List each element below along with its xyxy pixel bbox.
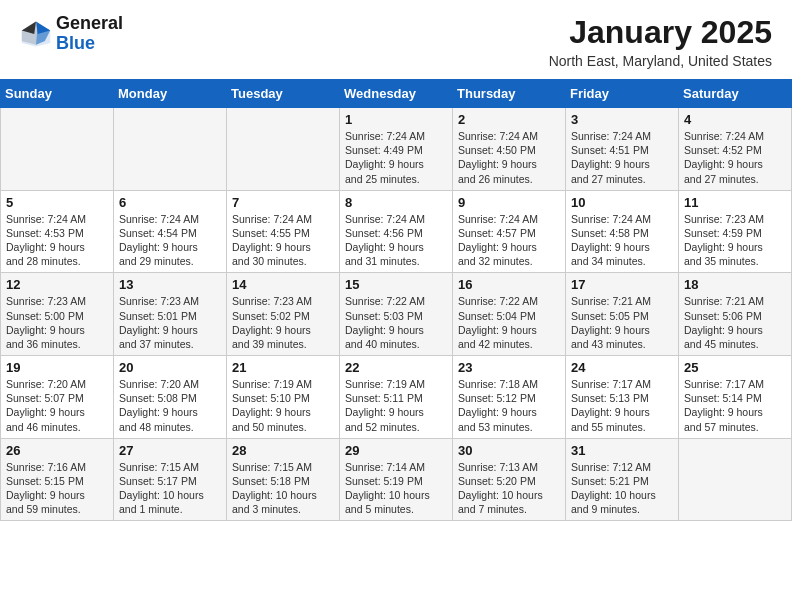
calendar-week-5: 26Sunrise: 7:16 AM Sunset: 5:15 PM Dayli… — [1, 438, 792, 521]
day-info: Sunrise: 7:24 AM Sunset: 4:57 PM Dayligh… — [458, 212, 560, 269]
calendar-cell: 10Sunrise: 7:24 AM Sunset: 4:58 PM Dayli… — [566, 190, 679, 273]
calendar-cell: 21Sunrise: 7:19 AM Sunset: 5:10 PM Dayli… — [227, 356, 340, 439]
calendar-cell: 24Sunrise: 7:17 AM Sunset: 5:13 PM Dayli… — [566, 356, 679, 439]
calendar-week-1: 1Sunrise: 7:24 AM Sunset: 4:49 PM Daylig… — [1, 108, 792, 191]
day-info: Sunrise: 7:24 AM Sunset: 4:51 PM Dayligh… — [571, 129, 673, 186]
logo-general: General — [56, 14, 123, 34]
day-info: Sunrise: 7:24 AM Sunset: 4:53 PM Dayligh… — [6, 212, 108, 269]
day-number: 30 — [458, 443, 560, 458]
calendar-cell: 16Sunrise: 7:22 AM Sunset: 5:04 PM Dayli… — [453, 273, 566, 356]
day-number: 26 — [6, 443, 108, 458]
day-number: 17 — [571, 277, 673, 292]
calendar-cell — [114, 108, 227, 191]
day-number: 28 — [232, 443, 334, 458]
day-info: Sunrise: 7:17 AM Sunset: 5:14 PM Dayligh… — [684, 377, 786, 434]
day-number: 3 — [571, 112, 673, 127]
logo: General Blue — [20, 14, 123, 54]
day-number: 16 — [458, 277, 560, 292]
calendar-cell: 20Sunrise: 7:20 AM Sunset: 5:08 PM Dayli… — [114, 356, 227, 439]
day-number: 8 — [345, 195, 447, 210]
day-info: Sunrise: 7:18 AM Sunset: 5:12 PM Dayligh… — [458, 377, 560, 434]
calendar-cell: 25Sunrise: 7:17 AM Sunset: 5:14 PM Dayli… — [679, 356, 792, 439]
calendar-cell: 19Sunrise: 7:20 AM Sunset: 5:07 PM Dayli… — [1, 356, 114, 439]
day-info: Sunrise: 7:17 AM Sunset: 5:13 PM Dayligh… — [571, 377, 673, 434]
day-number: 21 — [232, 360, 334, 375]
day-number: 5 — [6, 195, 108, 210]
calendar-cell: 23Sunrise: 7:18 AM Sunset: 5:12 PM Dayli… — [453, 356, 566, 439]
calendar-header-tuesday: Tuesday — [227, 80, 340, 108]
day-number: 25 — [684, 360, 786, 375]
calendar-cell: 6Sunrise: 7:24 AM Sunset: 4:54 PM Daylig… — [114, 190, 227, 273]
day-number: 24 — [571, 360, 673, 375]
day-number: 22 — [345, 360, 447, 375]
day-number: 4 — [684, 112, 786, 127]
calendar-cell: 15Sunrise: 7:22 AM Sunset: 5:03 PM Dayli… — [340, 273, 453, 356]
day-number: 7 — [232, 195, 334, 210]
day-number: 6 — [119, 195, 221, 210]
calendar-cell — [1, 108, 114, 191]
day-info: Sunrise: 7:23 AM Sunset: 5:02 PM Dayligh… — [232, 294, 334, 351]
calendar-cell: 4Sunrise: 7:24 AM Sunset: 4:52 PM Daylig… — [679, 108, 792, 191]
day-info: Sunrise: 7:24 AM Sunset: 4:55 PM Dayligh… — [232, 212, 334, 269]
title-block: January 2025 North East, Maryland, Unite… — [549, 14, 772, 69]
calendar-header-saturday: Saturday — [679, 80, 792, 108]
day-info: Sunrise: 7:24 AM Sunset: 4:52 PM Dayligh… — [684, 129, 786, 186]
day-info: Sunrise: 7:24 AM Sunset: 4:54 PM Dayligh… — [119, 212, 221, 269]
day-info: Sunrise: 7:14 AM Sunset: 5:19 PM Dayligh… — [345, 460, 447, 517]
day-number: 1 — [345, 112, 447, 127]
calendar-cell: 7Sunrise: 7:24 AM Sunset: 4:55 PM Daylig… — [227, 190, 340, 273]
calendar-header-thursday: Thursday — [453, 80, 566, 108]
calendar-cell: 18Sunrise: 7:21 AM Sunset: 5:06 PM Dayli… — [679, 273, 792, 356]
day-info: Sunrise: 7:20 AM Sunset: 5:07 PM Dayligh… — [6, 377, 108, 434]
day-number: 29 — [345, 443, 447, 458]
calendar-cell: 26Sunrise: 7:16 AM Sunset: 5:15 PM Dayli… — [1, 438, 114, 521]
calendar-header-sunday: Sunday — [1, 80, 114, 108]
calendar-table: SundayMondayTuesdayWednesdayThursdayFrid… — [0, 79, 792, 521]
calendar-cell: 8Sunrise: 7:24 AM Sunset: 4:56 PM Daylig… — [340, 190, 453, 273]
day-info: Sunrise: 7:23 AM Sunset: 5:00 PM Dayligh… — [6, 294, 108, 351]
day-info: Sunrise: 7:15 AM Sunset: 5:18 PM Dayligh… — [232, 460, 334, 517]
day-number: 9 — [458, 195, 560, 210]
calendar-cell: 28Sunrise: 7:15 AM Sunset: 5:18 PM Dayli… — [227, 438, 340, 521]
day-info: Sunrise: 7:24 AM Sunset: 4:50 PM Dayligh… — [458, 129, 560, 186]
calendar-cell: 13Sunrise: 7:23 AM Sunset: 5:01 PM Dayli… — [114, 273, 227, 356]
calendar-cell — [227, 108, 340, 191]
day-info: Sunrise: 7:21 AM Sunset: 5:06 PM Dayligh… — [684, 294, 786, 351]
day-number: 13 — [119, 277, 221, 292]
logo-blue: Blue — [56, 34, 123, 54]
calendar-cell: 22Sunrise: 7:19 AM Sunset: 5:11 PM Dayli… — [340, 356, 453, 439]
day-info: Sunrise: 7:24 AM Sunset: 4:58 PM Dayligh… — [571, 212, 673, 269]
location: North East, Maryland, United States — [549, 53, 772, 69]
day-info: Sunrise: 7:22 AM Sunset: 5:03 PM Dayligh… — [345, 294, 447, 351]
day-info: Sunrise: 7:20 AM Sunset: 5:08 PM Dayligh… — [119, 377, 221, 434]
day-number: 18 — [684, 277, 786, 292]
day-number: 20 — [119, 360, 221, 375]
day-number: 31 — [571, 443, 673, 458]
day-number: 19 — [6, 360, 108, 375]
calendar-cell — [679, 438, 792, 521]
day-info: Sunrise: 7:16 AM Sunset: 5:15 PM Dayligh… — [6, 460, 108, 517]
day-number: 27 — [119, 443, 221, 458]
calendar-cell: 1Sunrise: 7:24 AM Sunset: 4:49 PM Daylig… — [340, 108, 453, 191]
calendar-header-monday: Monday — [114, 80, 227, 108]
calendar-cell: 29Sunrise: 7:14 AM Sunset: 5:19 PM Dayli… — [340, 438, 453, 521]
day-info: Sunrise: 7:19 AM Sunset: 5:10 PM Dayligh… — [232, 377, 334, 434]
calendar-cell: 27Sunrise: 7:15 AM Sunset: 5:17 PM Dayli… — [114, 438, 227, 521]
page: General Blue January 2025 North East, Ma… — [0, 0, 792, 521]
calendar-header-friday: Friday — [566, 80, 679, 108]
calendar-cell: 3Sunrise: 7:24 AM Sunset: 4:51 PM Daylig… — [566, 108, 679, 191]
calendar-cell: 31Sunrise: 7:12 AM Sunset: 5:21 PM Dayli… — [566, 438, 679, 521]
day-info: Sunrise: 7:24 AM Sunset: 4:49 PM Dayligh… — [345, 129, 447, 186]
day-number: 11 — [684, 195, 786, 210]
calendar-cell: 30Sunrise: 7:13 AM Sunset: 5:20 PM Dayli… — [453, 438, 566, 521]
day-info: Sunrise: 7:12 AM Sunset: 5:21 PM Dayligh… — [571, 460, 673, 517]
day-info: Sunrise: 7:24 AM Sunset: 4:56 PM Dayligh… — [345, 212, 447, 269]
header: General Blue January 2025 North East, Ma… — [0, 0, 792, 75]
day-info: Sunrise: 7:13 AM Sunset: 5:20 PM Dayligh… — [458, 460, 560, 517]
logo-text: General Blue — [56, 14, 123, 54]
day-number: 23 — [458, 360, 560, 375]
day-number: 14 — [232, 277, 334, 292]
day-info: Sunrise: 7:22 AM Sunset: 5:04 PM Dayligh… — [458, 294, 560, 351]
day-number: 10 — [571, 195, 673, 210]
day-info: Sunrise: 7:21 AM Sunset: 5:05 PM Dayligh… — [571, 294, 673, 351]
